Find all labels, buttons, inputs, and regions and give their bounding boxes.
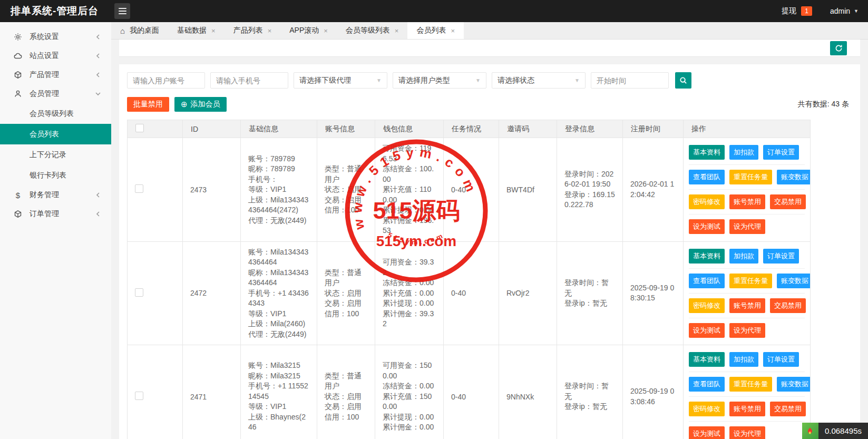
balance-log-button[interactable]: 账变数据 — [777, 170, 811, 184]
tab-member-list[interactable]: 会员列表 × — [407, 22, 464, 39]
cell-task-status: 0-40 — [444, 138, 499, 242]
cell-actions: 基本资料 加扣款 订单设置 查看团队 重置任务量 账变数据 密码修改 — [684, 345, 811, 439]
disable-trade-button[interactable]: 交易禁用 — [770, 402, 806, 416]
user-type-select[interactable]: 请选择用户类型 ▼ — [393, 72, 486, 89]
balance-log-button[interactable]: 账变数据 — [777, 274, 811, 288]
column-invite-code: 邀请码 — [499, 120, 557, 138]
set-test-button[interactable]: 设为测试 — [689, 323, 725, 338]
tab-label: 会员等级列表 — [346, 26, 390, 35]
caret-down-icon: ▼ — [574, 77, 580, 83]
order-settings-button[interactable]: 订单设置 — [763, 352, 799, 367]
hamburger-menu-icon[interactable] — [114, 3, 130, 19]
phone-input[interactable] — [210, 72, 288, 89]
main-content: ⌂ 我的桌面 基础数据 × 产品列表 × APP滚动 × 会员等级列表 × 会员… — [111, 22, 868, 439]
plus-icon: ⊕ — [181, 100, 188, 109]
balance-log-button[interactable]: 账变数据 — [777, 377, 811, 392]
sidebar-item-finance-management[interactable]: $ 财务管理 — [0, 186, 111, 204]
start-time-input[interactable] — [591, 72, 669, 89]
column-id: ID — [183, 120, 241, 138]
sidebar-subitem-label: 会员等级列表 — [30, 109, 74, 119]
reset-tasks-button[interactable]: 重置任务量 — [729, 274, 772, 288]
sidebar-item-member-list[interactable]: 会员列表 — [0, 124, 111, 144]
set-test-button[interactable]: 设为测试 — [689, 219, 725, 234]
sidebar-item-system-settings[interactable]: 系统设置 — [0, 27, 111, 46]
sidebar-item-bank-card-list[interactable]: 银行卡列表 — [0, 165, 111, 186]
close-icon[interactable]: × — [395, 27, 399, 34]
add-member-button[interactable]: ⊕ 添加会员 — [174, 97, 227, 112]
disable-trade-button[interactable]: 交易禁用 — [770, 298, 806, 313]
set-test-button[interactable]: 设为测试 — [689, 426, 725, 439]
sidebar-item-member-level-list[interactable]: 会员等级列表 — [0, 103, 111, 124]
cell-id: 2473 — [183, 138, 241, 242]
column-register-time: 注册时间 — [623, 120, 684, 138]
set-agent-button[interactable]: 设为代理 — [729, 219, 765, 234]
sidebar-item-label: 订单管理 — [30, 209, 59, 219]
cell-register-time: 2026-02-01 12:04:42 — [623, 138, 684, 242]
table-toolbar: 批量禁用 ⊕ 添加会员 共有数据: 43 条 — [127, 97, 852, 112]
basic-info-button[interactable]: 基本资料 — [689, 249, 725, 264]
order-settings-button[interactable]: 订单设置 — [763, 249, 799, 264]
agent-select[interactable]: 请选择下级代理 ▼ — [294, 72, 387, 89]
close-icon[interactable]: × — [211, 27, 216, 34]
cell-register-time: 2025-09-19 03:08:46 — [623, 345, 684, 439]
select-all-checkbox[interactable] — [135, 124, 144, 132]
sidebar: 系统设置 站点设置 产品管理 会员管理 会员等级列表 — [0, 22, 111, 439]
disable-account-button[interactable]: 账号禁用 — [729, 402, 765, 416]
admin-user-menu[interactable]: admin ▼ — [830, 7, 859, 15]
sidebar-item-label: 产品管理 — [30, 70, 59, 80]
chevron-left-icon — [95, 72, 101, 77]
view-team-button[interactable]: 查看团队 — [689, 274, 725, 288]
close-icon[interactable]: × — [324, 27, 328, 34]
view-team-button[interactable]: 查看团队 — [689, 377, 725, 392]
close-icon[interactable]: × — [451, 27, 455, 34]
tab-app-scroll[interactable]: APP滚动 × — [280, 22, 337, 39]
change-password-button[interactable]: 密码修改 — [689, 194, 725, 209]
disable-account-button[interactable]: 账号禁用 — [729, 298, 765, 313]
set-agent-button[interactable]: 设为代理 — [729, 323, 765, 338]
order-settings-button[interactable]: 订单设置 — [763, 145, 799, 160]
batch-disable-button[interactable]: 批量禁用 — [127, 97, 169, 112]
adjust-funds-button[interactable]: 加扣款 — [729, 352, 758, 367]
flame-icon — [802, 423, 818, 439]
tab-product-list[interactable]: 产品列表 × — [225, 22, 281, 39]
sidebar-subitem-label: 上下分记录 — [30, 150, 66, 160]
search-button[interactable] — [675, 72, 691, 89]
chevron-left-icon — [95, 53, 101, 58]
refresh-button[interactable] — [830, 41, 847, 55]
sidebar-item-product-management[interactable]: 产品管理 — [0, 65, 111, 84]
sidebar-item-score-records[interactable]: 上下分记录 — [0, 144, 111, 165]
row-checkbox[interactable] — [135, 288, 143, 297]
basic-info-button[interactable]: 基本资料 — [689, 145, 725, 160]
sidebar-item-label: 系统设置 — [30, 32, 59, 42]
sidebar-item-order-management[interactable]: 订单管理 — [0, 204, 111, 223]
withdraw-count-badge: 1 — [801, 6, 812, 16]
withdraw-label: 提现 — [782, 6, 796, 16]
account-input[interactable] — [127, 72, 205, 89]
disable-trade-button[interactable]: 交易禁用 — [770, 194, 806, 209]
basic-info-button[interactable]: 基本资料 — [689, 352, 725, 367]
sidebar-subitem-label: 银行卡列表 — [30, 171, 66, 180]
tab-my-desktop[interactable]: ⌂ 我的桌面 — [111, 22, 168, 39]
disable-account-button[interactable]: 账号禁用 — [729, 194, 765, 209]
sidebar-item-member-management[interactable]: 会员管理 — [0, 84, 111, 103]
cell-wallet-info: 可用资金：39.32冻结资金：0.00 累计充值：0.00累计提现：0.00 累… — [375, 241, 444, 345]
reset-tasks-button[interactable]: 重置任务量 — [729, 377, 772, 392]
view-team-button[interactable]: 查看团队 — [689, 170, 725, 184]
adjust-funds-button[interactable]: 加扣款 — [729, 249, 758, 264]
change-password-button[interactable]: 密码修改 — [689, 298, 725, 313]
sidebar-item-site-settings[interactable]: 站点设置 — [0, 46, 111, 65]
withdraw-link[interactable]: 提现 1 — [782, 6, 812, 16]
row-checkbox[interactable] — [135, 184, 143, 193]
reset-tasks-button[interactable]: 重置任务量 — [729, 170, 772, 184]
cube-icon — [13, 209, 23, 219]
row-checkbox[interactable] — [135, 392, 143, 400]
change-password-button[interactable]: 密码修改 — [689, 402, 725, 416]
set-agent-button[interactable]: 设为代理 — [729, 426, 765, 439]
adjust-funds-button[interactable]: 加扣款 — [729, 145, 758, 160]
close-icon[interactable]: × — [268, 27, 272, 34]
status-select[interactable]: 请选择状态 ▼ — [492, 72, 586, 89]
tab-member-level-list[interactable]: 会员等级列表 × — [337, 22, 408, 39]
tab-basic-data[interactable]: 基础数据 × — [168, 22, 225, 39]
column-wallet-info: 钱包信息 — [375, 120, 444, 138]
cell-wallet-info: 可用资金：1196.53冻结资金：100.00 累计充值：1100.00累计提现… — [375, 138, 444, 242]
